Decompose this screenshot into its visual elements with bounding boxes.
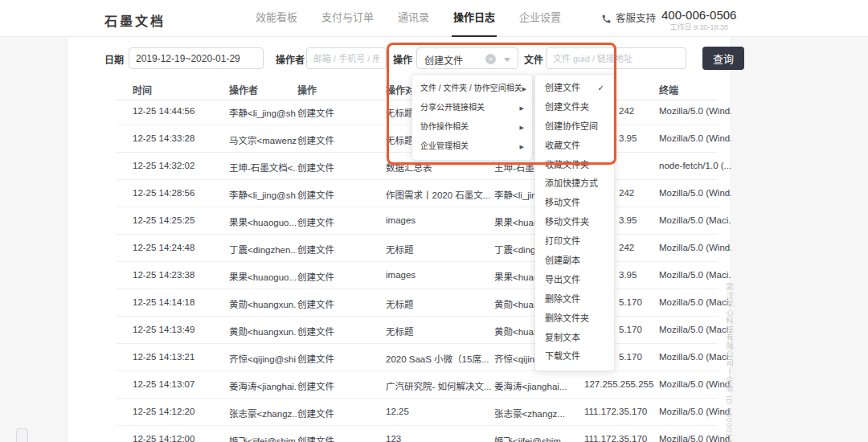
submenu-arrow-icon <box>520 117 524 137</box>
cell-action: 创建文件 <box>297 188 378 201</box>
cell-ip: 111.172.35.170 <box>584 434 661 442</box>
cell-terminal: Mozilla/5.0 (Wind... <box>659 188 731 198</box>
cell-terminal: Mozilla/5.0 (Maci... <box>659 297 731 307</box>
submenu-item-label: 移动文件 <box>545 194 580 213</box>
submenu-item-label: 创建文件 <box>545 79 580 98</box>
action-submenu: 创建文件 创建文件夹 创建协作空间 收藏文件 收藏文件夹 添加快捷方式 移动文件… <box>534 74 615 371</box>
submenu-item[interactable]: 收藏文件 <box>535 137 614 156</box>
cell-operator: 姜海涛<jianghai... <box>229 379 297 392</box>
action-select[interactable]: 创建文件 <box>416 47 518 69</box>
tab-operation-log[interactable]: 操作日志 <box>453 0 495 37</box>
cell-terminal: Mozilla/5.0 (Wind... <box>659 243 731 252</box>
submenu-item-label: 打印文件 <box>545 232 580 252</box>
cell-object: images <box>386 270 492 280</box>
cell-action: 创建文件 <box>297 352 378 365</box>
cell-action: 创建文件 <box>297 161 378 174</box>
table-row[interactable]: 12-25 14:25:25 果果<huaoguo... 创建文件 images… <box>117 207 718 235</box>
cell-action: 创建文件 <box>297 270 378 283</box>
cell-time: 12-25 14:13:21 <box>133 352 225 362</box>
cell-time: 12-25 14:13:07 <box>133 379 225 389</box>
cell-action: 创建文件 <box>297 379 378 392</box>
submenu-arrow-icon <box>522 79 526 99</box>
app-logo[interactable]: 石墨文档 <box>104 10 166 30</box>
table-row[interactable]: 12-25 14:24:48 丁震<dingzhen... 创建文件 无标题 丁… <box>117 235 718 262</box>
menu-group-label: 协作操作相关 <box>420 117 469 137</box>
cell-object: 无标题 <box>386 325 492 338</box>
cell-object: images <box>386 215 492 225</box>
action-dropdown-menu: 文件 / 文件夹 / 协作空间相关 分享公开链接相关 协作操作相关 企业管理相关 <box>411 74 533 161</box>
table-row[interactable]: 12-25 14:13:21 齐惊<qijing@shi... 创建文件 202… <box>117 344 718 371</box>
submenu-item[interactable]: 删除文件 <box>535 290 614 309</box>
cell-time: 12-25 14:44:56 <box>133 106 225 116</box>
table-row[interactable]: 12-25 14:12:00 姬飞<jifei@shim... 创建文件 123… <box>117 426 718 442</box>
tab-enterprise-settings[interactable]: 企业设置 <box>519 0 561 37</box>
table-row[interactable]: 12-25 14:28:56 李静<li_jing@sh... 创建文件 作图需… <box>117 180 718 207</box>
cell-terminal: Mozilla/5.0 (Maci... <box>659 352 731 362</box>
file-guid-input[interactable] <box>546 47 686 69</box>
submenu-item[interactable]: 创建文件 <box>535 79 614 98</box>
menu-group-enterprise-mgmt[interactable]: 企业管理相关 <box>412 137 532 156</box>
submenu-item-label: 删除文件 <box>545 290 580 309</box>
menu-group-label: 分享公开链接相关 <box>420 98 485 117</box>
table-row[interactable]: 12-25 14:23:38 果果<huaoguo... 创建文件 images… <box>117 262 718 289</box>
table-row[interactable]: 12-25 14:13:49 黄勋<huangxun... 创建文件 无标题 黄… <box>117 317 718 344</box>
menu-group-collaboration[interactable]: 协作操作相关 <box>412 117 532 137</box>
cell-operator: 黄勋<huangxun... <box>229 297 297 310</box>
cell-object: 123 <box>386 434 492 442</box>
submenu-item-label: 导出文件 <box>545 271 580 290</box>
submenu-item[interactable]: 打印文件 <box>535 232 614 252</box>
submenu-item[interactable]: 创建副本 <box>535 252 614 271</box>
submenu-item[interactable]: 下载文件 <box>535 347 614 366</box>
date-range-input[interactable] <box>129 47 264 69</box>
submenu-item[interactable]: 移动文件 <box>535 194 614 213</box>
cell-operator: 齐惊<qijing@shi... <box>229 352 297 365</box>
enterprise-watermark: 武汉欢心科技有限公司丨企业 ID 1000013 <box>723 283 735 442</box>
search-button[interactable]: 查询 <box>702 47 744 70</box>
cell-time: 12-25 14:12:20 <box>133 407 225 416</box>
submenu-item-label: 删除文件夹 <box>545 309 589 329</box>
submenu-arrow-icon <box>520 137 524 157</box>
file-filter-label: 文件 <box>524 52 543 66</box>
customer-support: 客服支持 400-006-0506 工作日 9:30-18:30 <box>601 5 736 32</box>
feedback-widget[interactable] <box>16 428 28 442</box>
tab-dashboard[interactable]: 效能看板 <box>256 0 297 37</box>
cell-time: 12-25 14:23:38 <box>133 270 225 280</box>
submenu-item[interactable]: 导出文件 <box>535 271 614 290</box>
menu-group-file-folder-space[interactable]: 文件 / 文件夹 / 协作空间相关 <box>412 79 532 98</box>
cell-object: 无标题 <box>386 243 492 256</box>
submenu-item[interactable]: 删除文件夹 <box>535 309 614 329</box>
submenu-item[interactable]: 添加快捷方式 <box>535 174 614 194</box>
table-row[interactable]: 12-25 14:12:20 张志豪<zhangz... 创建文件 12.25 … <box>117 399 718 426</box>
nav-tabs: 效能看板 支付与订单 通讯录 操作日志 企业设置 <box>256 0 561 37</box>
check-icon <box>598 79 604 98</box>
cell-terminal: node-fetch/1.0 (... <box>659 161 731 170</box>
cell-object: 作图需求丨2020 石墨文... <box>386 188 492 201</box>
cell-time: 12-25 14:12:00 <box>133 434 225 442</box>
operator-input[interactable] <box>306 47 387 69</box>
cell-action: 创建文件 <box>297 215 378 228</box>
tab-payment-orders[interactable]: 支付与订单 <box>321 0 374 37</box>
submenu-item[interactable]: 创建协作空间 <box>535 117 614 137</box>
cell-ip: 127.255.255.255 <box>584 379 661 389</box>
table-row[interactable]: 12-25 14:14:18 黄勋<huangxun... 创建文件 无标题 黄… <box>117 289 718 317</box>
submenu-item[interactable]: 移动文件夹 <box>535 213 614 232</box>
cell-owner: 张志豪<zhangz... <box>494 407 581 419</box>
tab-contacts[interactable]: 通讯录 <box>398 0 429 37</box>
cell-time: 12-25 14:28:56 <box>133 188 225 198</box>
menu-group-label: 文件 / 文件夹 / 协作空间相关 <box>420 79 522 98</box>
submenu-item[interactable]: 创建文件夹 <box>535 98 614 117</box>
cell-time: 12-25 14:24:48 <box>133 243 225 252</box>
menu-group-share-links[interactable]: 分享公开链接相关 <box>412 98 532 117</box>
cell-operator: 果果<huaoguo... <box>229 215 297 228</box>
clear-icon[interactable] <box>485 54 496 64</box>
submenu-item-label: 添加快捷方式 <box>545 174 598 194</box>
cell-object: 广汽研究院- 如何解决文... <box>386 379 492 392</box>
table-row[interactable]: 12-25 14:13:07 姜海涛<jianghai... 创建文件 广汽研究… <box>117 371 718 399</box>
support-label: 客服支持 <box>616 5 656 32</box>
submenu-item[interactable]: 收藏文件夹 <box>535 156 614 175</box>
submenu-item[interactable]: 复制文本 <box>535 329 614 348</box>
cell-terminal: Mozilla/5.0 (Wind... <box>659 434 731 442</box>
cell-operator: 丁震<dingzhen... <box>229 243 297 256</box>
submenu-item-label: 创建协作空间 <box>545 117 598 137</box>
cell-action: 创建文件 <box>297 243 378 256</box>
